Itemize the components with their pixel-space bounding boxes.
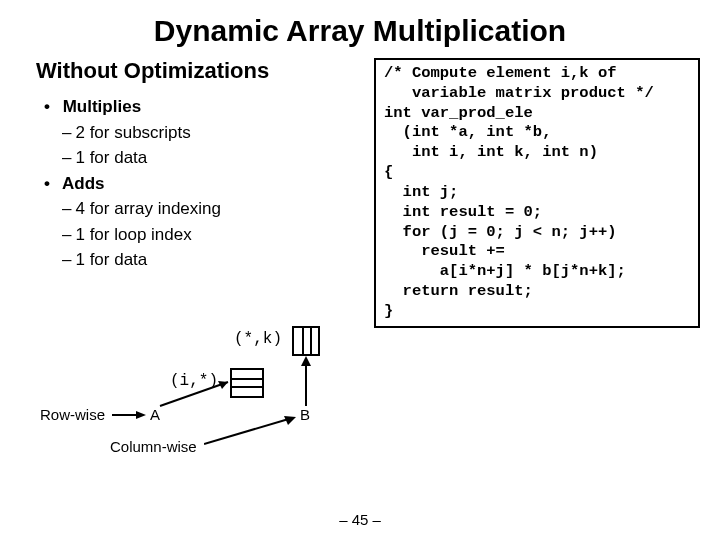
matrix-diagram: (*,k) (i,*) Row-wise A B Column-wise — [40, 330, 380, 480]
left-column: Without Optimizations Multiplies 2 for s… — [36, 58, 356, 328]
bullet-label: Multiplies — [63, 97, 141, 116]
left-heading: Without Optimizations — [36, 58, 356, 84]
content-row: Without Optimizations Multiplies 2 for s… — [0, 58, 720, 328]
dash-item: 2 for subscripts — [62, 120, 356, 146]
dash-item: 1 for loop index — [62, 222, 356, 248]
bullet-list: Multiplies 2 for subscripts 1 for data A… — [36, 94, 356, 273]
index-k-label: (*,k) — [234, 330, 282, 348]
svg-marker-3 — [301, 356, 311, 366]
matrix-a-row-stripe — [232, 378, 262, 388]
arrow-b — [298, 350, 324, 410]
svg-line-0 — [160, 382, 228, 406]
page-number: – 45 – — [0, 511, 720, 528]
bullet-item: Adds 4 for array indexing 1 for loop ind… — [44, 171, 356, 273]
slide-title: Dynamic Array Multiplication — [0, 0, 720, 58]
dash-item: 1 for data — [62, 145, 356, 171]
rowwise-label: Row-wise — [40, 406, 105, 423]
dash-item: 4 for array indexing — [62, 196, 356, 222]
svg-line-6 — [204, 418, 292, 444]
bullet-item: Multiplies 2 for subscripts 1 for data — [44, 94, 356, 171]
code-block: /* Compute element i,k of variable matri… — [374, 58, 700, 328]
bullet-label: Adds — [62, 174, 105, 193]
dash-list: 4 for array indexing 1 for loop index 1 … — [44, 196, 356, 273]
arrow-a — [156, 374, 236, 410]
dash-list: 2 for subscripts 1 for data — [44, 120, 356, 171]
dash-item: 1 for data — [62, 247, 356, 273]
arrow-rowwise — [112, 408, 152, 422]
arrow-colwise — [204, 414, 304, 450]
svg-marker-5 — [136, 411, 146, 419]
colwise-label: Column-wise — [110, 438, 197, 455]
